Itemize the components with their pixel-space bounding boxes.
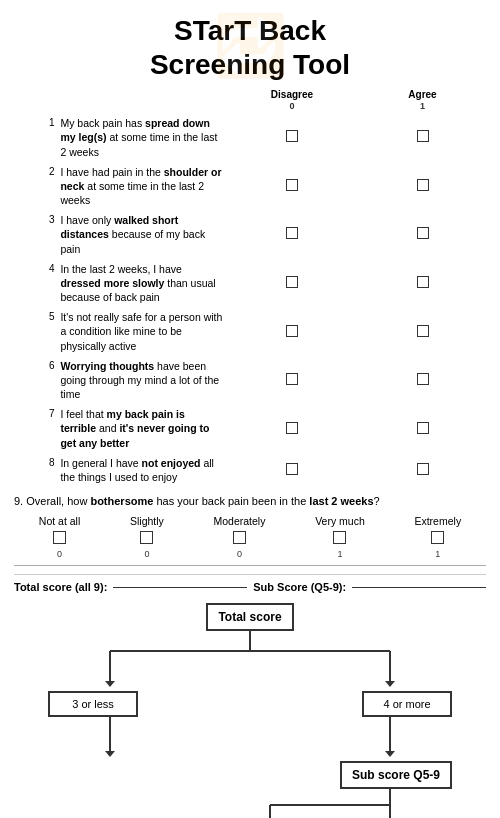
agree-checkbox[interactable] bbox=[359, 453, 486, 487]
agree-header: Agree 1 bbox=[359, 89, 486, 113]
questions-table: Disagree 0 Agree 1 1My back pain has spr… bbox=[14, 89, 486, 487]
table-row: 2I have had pain in the shoulder or neck… bbox=[14, 162, 486, 211]
svg-marker-3 bbox=[105, 681, 115, 687]
q9-option-label: Moderately bbox=[214, 515, 266, 527]
question-text: In general I have not enjoyed all the th… bbox=[58, 453, 224, 487]
table-row: 7I feel that my back pain is terrible an… bbox=[14, 404, 486, 453]
svg-marker-9 bbox=[385, 751, 395, 757]
question-text: Worrying thoughts have been going throug… bbox=[58, 356, 224, 405]
fc-sub-score: Sub score Q5-9 bbox=[340, 761, 452, 789]
q9-option[interactable]: Not at all 0 bbox=[39, 515, 80, 559]
q9-checkbox[interactable] bbox=[333, 531, 346, 544]
sub-score-label: Sub Score (Q5-9): bbox=[253, 581, 346, 593]
flowchart: Total score 3 or less 4 or more bbox=[14, 603, 486, 818]
question-text: It's not really safe for a person with a… bbox=[58, 307, 224, 356]
svg-marker-5 bbox=[385, 681, 395, 687]
q9-option[interactable]: Slightly 0 bbox=[130, 515, 164, 559]
question-number: 7 bbox=[14, 404, 58, 453]
q9-option-label: Very much bbox=[315, 515, 365, 527]
fc-svg-level2 bbox=[20, 717, 480, 761]
table-row: 3I have only walked short distances beca… bbox=[14, 210, 486, 259]
disagree-checkbox[interactable] bbox=[225, 259, 359, 308]
agree-checkbox[interactable] bbox=[359, 210, 486, 259]
page-title: STarT Back Screening Tool bbox=[10, 14, 490, 81]
q9-option-score: 1 bbox=[435, 549, 440, 559]
total-score-blank bbox=[113, 587, 247, 588]
disagree-checkbox[interactable] bbox=[225, 113, 359, 162]
fc-svg-level3 bbox=[20, 789, 480, 818]
q9-option-label: Slightly bbox=[130, 515, 164, 527]
fc-svg-level1 bbox=[20, 631, 480, 691]
q9-options: Not at all 0 Slightly 0 Moderately 0 Ver… bbox=[14, 515, 486, 559]
agree-checkbox[interactable] bbox=[359, 162, 486, 211]
question-number: 5 bbox=[14, 307, 58, 356]
disagree-header: Disagree 0 bbox=[225, 89, 359, 113]
page-header: 🔁 STarT Back Screening Tool bbox=[0, 0, 500, 89]
q9-option[interactable]: Moderately 0 bbox=[214, 515, 266, 559]
q9-option-score: 0 bbox=[57, 549, 62, 559]
question-number: 4 bbox=[14, 259, 58, 308]
question-text: I have had pain in the shoulder or neck … bbox=[58, 162, 224, 211]
agree-checkbox[interactable] bbox=[359, 259, 486, 308]
svg-marker-7 bbox=[105, 751, 115, 757]
fc-total-score: Total score bbox=[206, 603, 293, 631]
q9-option-score: 0 bbox=[237, 549, 242, 559]
q9-checkbox[interactable] bbox=[140, 531, 153, 544]
question-number: 1 bbox=[14, 113, 58, 162]
disagree-checkbox[interactable] bbox=[225, 404, 359, 453]
disagree-checkbox[interactable] bbox=[225, 210, 359, 259]
q9-option-score: 1 bbox=[337, 549, 342, 559]
disagree-checkbox[interactable] bbox=[225, 307, 359, 356]
question-9-label: 9. Overall, how bothersome has your back… bbox=[14, 495, 486, 507]
disagree-checkbox[interactable] bbox=[225, 453, 359, 487]
disagree-checkbox[interactable] bbox=[225, 356, 359, 405]
question-number: 2 bbox=[14, 162, 58, 211]
question-number: 8 bbox=[14, 453, 58, 487]
agree-checkbox[interactable] bbox=[359, 113, 486, 162]
q9-option-label: Not at all bbox=[39, 515, 80, 527]
question-text: In the last 2 weeks, I have dressed more… bbox=[58, 259, 224, 308]
main-content: Disagree 0 Agree 1 1My back pain has spr… bbox=[0, 89, 500, 818]
agree-checkbox[interactable] bbox=[359, 356, 486, 405]
table-row: 8In general I have not enjoyed all the t… bbox=[14, 453, 486, 487]
question-text: I have only walked short distances becau… bbox=[58, 210, 224, 259]
column-headers: Disagree 0 Agree 1 bbox=[14, 89, 486, 113]
table-row: 6Worrying thoughts have been going throu… bbox=[14, 356, 486, 405]
q9-option[interactable]: Extremely 1 bbox=[414, 515, 461, 559]
disagree-checkbox[interactable] bbox=[225, 162, 359, 211]
question-number: 6 bbox=[14, 356, 58, 405]
q9-checkbox[interactable] bbox=[431, 531, 444, 544]
score-line: Total score (all 9): Sub Score (Q5-9): bbox=[14, 574, 486, 593]
q9-checkbox[interactable] bbox=[233, 531, 246, 544]
q9-checkbox[interactable] bbox=[53, 531, 66, 544]
table-row: 4In the last 2 weeks, I have dressed mor… bbox=[14, 259, 486, 308]
q9-option-label: Extremely bbox=[414, 515, 461, 527]
sub-score-blank bbox=[352, 587, 486, 588]
fc-right-branch: 4 or more bbox=[362, 691, 452, 717]
agree-checkbox[interactable] bbox=[359, 404, 486, 453]
q9-option-score: 0 bbox=[144, 549, 149, 559]
fc-left-branch: 3 or less bbox=[48, 691, 138, 717]
table-row: 5It's not really safe for a person with … bbox=[14, 307, 486, 356]
agree-checkbox[interactable] bbox=[359, 307, 486, 356]
question-text: My back pain has spread down my leg(s) a… bbox=[58, 113, 224, 162]
divider bbox=[14, 565, 486, 566]
question-number: 3 bbox=[14, 210, 58, 259]
table-row: 1My back pain has spread down my leg(s) … bbox=[14, 113, 486, 162]
total-score-label: Total score (all 9): bbox=[14, 581, 107, 593]
question-text: I feel that my back pain is terrible and… bbox=[58, 404, 224, 453]
q9-option[interactable]: Very much 1 bbox=[315, 515, 365, 559]
